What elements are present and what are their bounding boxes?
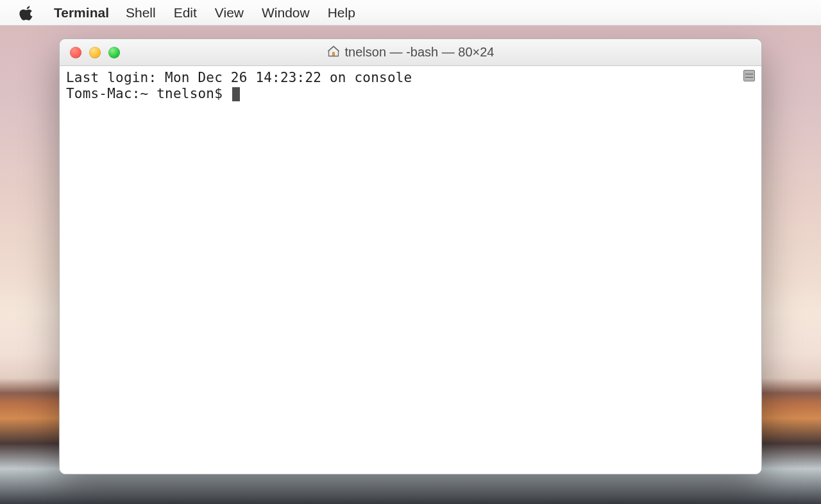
terminal-prompt-line: Toms-Mac:~ tnelson$ (66, 86, 755, 102)
menubar-item-window[interactable]: Window (253, 5, 319, 21)
window-title: tnelson — -bash — 80×24 (345, 45, 495, 60)
menubar-item-edit[interactable]: Edit (165, 5, 206, 21)
home-folder-icon (327, 45, 340, 60)
window-close-button[interactable] (70, 47, 81, 58)
menubar-item-view[interactable]: View (206, 5, 253, 21)
window-title-area: tnelson — -bash — 80×24 (60, 45, 761, 60)
window-titlebar[interactable]: tnelson — -bash — 80×24 (60, 39, 761, 66)
terminal-cursor (232, 87, 240, 101)
menubar-item-help[interactable]: Help (319, 5, 364, 21)
svg-rect-0 (332, 52, 334, 55)
window-zoom-button[interactable] (108, 47, 120, 58)
menubar: Terminal Shell Edit View Window Help (0, 0, 821, 26)
terminal-prompt: Toms-Mac:~ tnelson$ (66, 86, 231, 101)
terminal-body[interactable]: Last login: Mon Dec 26 14:23:22 on conso… (60, 66, 761, 474)
traffic-lights (60, 47, 120, 58)
menubar-app-name[interactable]: Terminal (46, 5, 117, 21)
scrollbar-thumb[interactable] (743, 70, 755, 81)
menubar-item-shell[interactable]: Shell (117, 5, 165, 21)
apple-icon[interactable] (19, 5, 35, 21)
terminal-window: tnelson — -bash — 80×24 Last login: Mon … (59, 38, 762, 475)
window-minimize-button[interactable] (89, 47, 101, 58)
terminal-line: Last login: Mon Dec 26 14:23:22 on conso… (66, 70, 755, 86)
